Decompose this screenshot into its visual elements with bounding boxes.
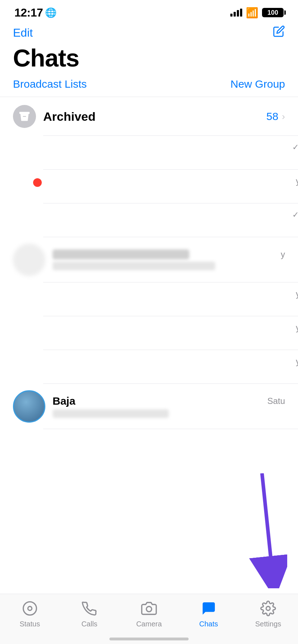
svg-rect-0 xyxy=(19,112,30,114)
list-item[interactable]: ✓ ∧ xyxy=(0,136,298,170)
tab-label-status: Status xyxy=(19,620,40,628)
archived-row[interactable]: Archived 58 › xyxy=(0,97,298,136)
svg-point-3 xyxy=(23,602,36,615)
archived-count: 58 xyxy=(266,110,278,123)
status-bar: 12:17 🌐 📶 100 xyxy=(0,0,298,22)
status-icons: 📶 100 xyxy=(230,7,284,19)
tab-label-calls: Calls xyxy=(81,620,97,628)
archived-label: Archived xyxy=(43,110,266,124)
status-time: 12:17 xyxy=(14,6,43,19)
tab-item-settings[interactable]: Settings xyxy=(238,599,298,628)
avatar xyxy=(13,390,45,423)
chat-time: y xyxy=(296,323,298,333)
svg-point-4 xyxy=(28,607,32,611)
signal-icon xyxy=(230,9,242,17)
archive-icon xyxy=(13,105,36,128)
list-item[interactable]: y xyxy=(0,350,298,384)
tab-item-camera[interactable]: Camera xyxy=(119,599,179,628)
edit-button[interactable]: Edit xyxy=(13,26,33,40)
list-item[interactable]: y xyxy=(0,282,298,316)
avatar xyxy=(13,244,45,276)
list-item-baja[interactable]: Baja Satu xyxy=(0,384,298,429)
tab-label-camera: Camera xyxy=(136,620,162,628)
tab-item-status[interactable]: Status xyxy=(0,599,60,628)
home-indicator xyxy=(109,638,189,640)
tab-bar: Status Calls Camera Chats xyxy=(0,594,298,644)
checkmark-icon: ✓ xyxy=(292,210,298,220)
tab-item-chats[interactable]: Chats xyxy=(179,599,239,628)
wifi-icon: 📶 xyxy=(246,7,258,19)
chat-content: y xyxy=(53,249,285,270)
arrow-annotation xyxy=(230,473,287,588)
tab-item-calls[interactable]: Calls xyxy=(60,599,119,628)
settings-icon xyxy=(259,599,277,618)
status-icon xyxy=(21,599,39,618)
list-item[interactable]: y xyxy=(0,316,298,350)
sub-actions: Broadcast Lists New Group xyxy=(13,78,285,97)
header: Edit Chats Broadcast Lists New Group xyxy=(0,22,298,97)
chat-name xyxy=(53,249,189,259)
chat-preview xyxy=(53,409,169,418)
list-item[interactable]: y xyxy=(0,170,298,203)
chat-time: Satu xyxy=(267,396,285,406)
chat-name: Baja xyxy=(53,395,75,407)
chat-time: y xyxy=(281,249,285,259)
broadcast-lists-button[interactable]: Broadcast Lists xyxy=(13,78,87,90)
svg-line-2 xyxy=(262,473,273,578)
chat-time: y xyxy=(296,176,298,186)
checkmark-icon: ✓ xyxy=(292,143,298,152)
chat-preview xyxy=(53,262,215,270)
tab-label-chats: Chats xyxy=(199,620,218,628)
chats-icon xyxy=(199,599,218,618)
compose-icon[interactable] xyxy=(273,25,285,40)
tab-label-settings: Settings xyxy=(255,620,281,628)
chat-content: Baja Satu xyxy=(53,395,285,418)
globe-icon: 🌐 xyxy=(45,7,57,18)
calls-icon xyxy=(80,599,99,618)
page-title: Chats xyxy=(13,45,285,78)
header-actions: Edit xyxy=(13,22,285,45)
notification-badge xyxy=(32,178,42,188)
camera-icon xyxy=(140,599,158,618)
chat-list: ✓ ∧ y ✓ ∧ xyxy=(0,136,298,429)
new-group-button[interactable]: New Group xyxy=(230,78,285,90)
chevron-right-icon: › xyxy=(282,111,285,122)
battery-icon: 100 xyxy=(262,8,284,17)
list-item[interactable]: ✓ ∧ xyxy=(0,203,298,237)
list-item[interactable]: y xyxy=(0,237,298,282)
chat-time: y xyxy=(296,289,298,299)
svg-point-5 xyxy=(146,607,152,612)
svg-point-6 xyxy=(266,607,270,611)
chat-time: y xyxy=(296,356,298,367)
